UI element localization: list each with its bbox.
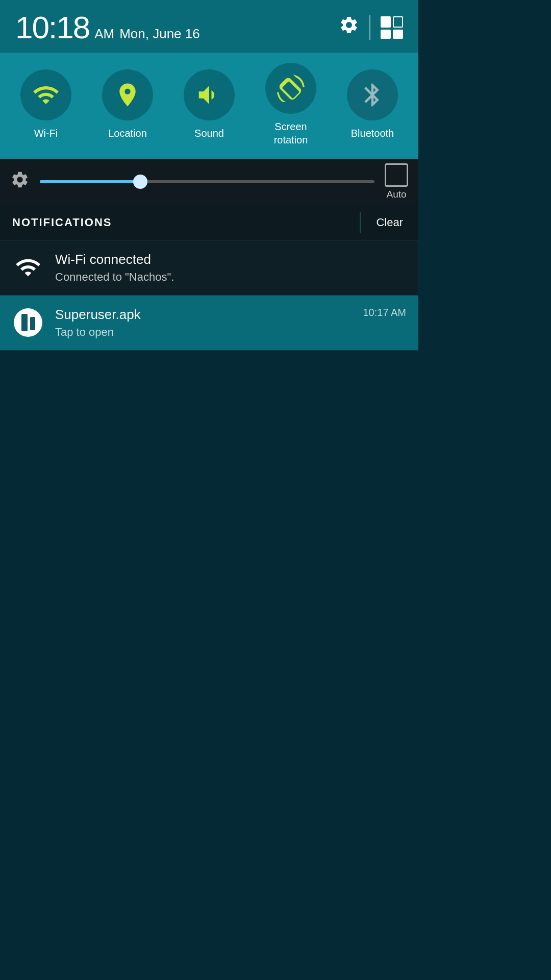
notification-superuser-subtitle: Tap to open	[55, 326, 352, 339]
grid-cell-4	[393, 30, 403, 39]
brightness-gear-icon[interactable]	[10, 170, 30, 193]
quick-setting-sound[interactable]: Sound	[184, 69, 235, 140]
location-circle	[102, 69, 153, 120]
auto-brightness-checkbox[interactable]	[385, 163, 408, 187]
bluetooth-circle	[347, 69, 398, 120]
notification-wifi-subtitle: Connected to "Nachos".	[55, 271, 406, 284]
clear-notifications-button[interactable]: Clear	[361, 216, 418, 229]
notification-wifi-title: Wi-Fi connected	[55, 252, 406, 267]
brightness-fill	[40, 180, 140, 183]
pb-bar-left	[21, 314, 28, 331]
brightness-thumb[interactable]	[133, 175, 147, 189]
clock-ampm: AM	[94, 26, 114, 42]
notification-superuser-content: Superuser.apk Tap to open	[55, 307, 352, 339]
quick-setting-wifi[interactable]: Wi-Fi	[20, 69, 71, 140]
date-display: Mon, June 16	[119, 26, 200, 42]
auto-brightness-section[interactable]: Auto	[385, 163, 408, 200]
notification-wifi[interactable]: Wi-Fi connected Connected to "Nachos".	[0, 240, 418, 296]
quick-setting-screen-rotation[interactable]: Screen rotation	[265, 63, 316, 146]
screen-rotation-label: Screen rotation	[274, 120, 308, 146]
pb-bar-right	[30, 317, 35, 330]
sound-label: Sound	[194, 127, 224, 140]
notification-superuser-title: Superuser.apk	[55, 307, 352, 323]
time-section: 10:18 AM Mon, June 16	[15, 9, 200, 45]
auto-label: Auto	[386, 189, 406, 200]
grid-cell-2	[393, 16, 403, 28]
grid-cell-3	[381, 30, 391, 39]
notification-wifi-icon-wrap	[12, 252, 44, 283]
sound-circle	[184, 69, 235, 120]
background-area	[0, 351, 418, 980]
quick-settings-panel: Wi-Fi Location Sound Screen rotation	[0, 53, 418, 159]
brightness-bar: Auto	[0, 159, 418, 205]
status-bar: 10:18 AM Mon, June 16	[0, 0, 418, 53]
status-divider	[369, 15, 370, 40]
quick-setting-location[interactable]: Location	[102, 69, 153, 140]
notification-superuser-icon-wrap	[12, 307, 44, 338]
wifi-circle	[20, 69, 71, 120]
quick-setting-bluetooth[interactable]: Bluetooth	[347, 69, 398, 140]
bluetooth-label: Bluetooth	[351, 127, 394, 140]
status-icons	[339, 15, 403, 40]
wifi-label: Wi-Fi	[34, 127, 58, 140]
notification-wifi-content: Wi-Fi connected Connected to "Nachos".	[55, 252, 406, 284]
notifications-title: NOTIFICATIONS	[0, 216, 360, 229]
location-label: Location	[108, 127, 147, 140]
clock-time: 10:18	[15, 9, 89, 45]
notification-superuser-time: 10:17 AM	[363, 307, 406, 318]
notifications-header: NOTIFICATIONS Clear	[0, 205, 418, 240]
settings-icon[interactable]	[339, 15, 359, 40]
screen-rotation-circle	[265, 63, 316, 114]
notification-superuser[interactable]: Superuser.apk Tap to open 10:17 AM	[0, 296, 418, 351]
brightness-slider[interactable]	[40, 180, 374, 183]
pushbullet-icon	[14, 308, 42, 337]
grid-menu-icon[interactable]	[381, 16, 403, 39]
grid-cell-1	[381, 16, 391, 28]
